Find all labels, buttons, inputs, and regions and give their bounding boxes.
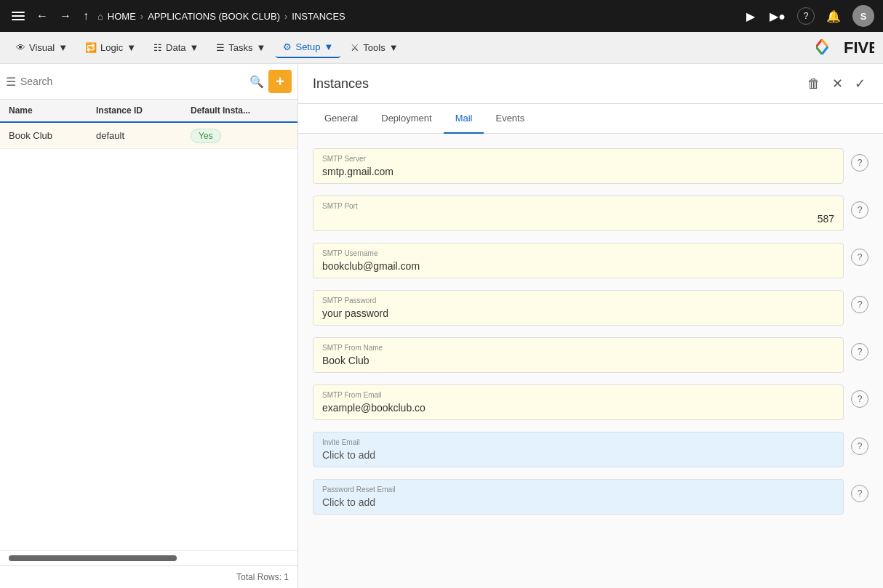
chevron-down-icon: ▼ xyxy=(189,42,199,53)
smtp-password-value: your password xyxy=(322,307,834,319)
smtp-from-name-box[interactable]: SMTP From Name Book Club xyxy=(313,337,844,373)
smtp-port-help[interactable]: ? xyxy=(851,201,868,219)
tab-mail[interactable]: Mail xyxy=(444,104,484,134)
total-rows: Total Rows: 1 xyxy=(236,572,289,582)
smtp-from-name-field: SMTP From Name Book Club xyxy=(313,337,844,373)
chevron-down-icon: ▼ xyxy=(324,41,333,52)
delete-button[interactable]: 🗑 xyxy=(804,73,823,94)
password-reset-email-help[interactable]: ? xyxy=(851,485,868,502)
column-default-instance: Default Insta... xyxy=(191,105,289,116)
password-reset-email-row: Password Reset Email Click to add ? xyxy=(313,479,868,515)
row-instance-id: default xyxy=(96,130,191,141)
right-panel: Instances 🗑 ✕ ✓ General Deployment Mail … xyxy=(298,64,883,588)
search-input[interactable] xyxy=(20,76,245,87)
smtp-username-help[interactable]: ? xyxy=(851,249,868,266)
add-button[interactable]: + xyxy=(268,70,292,93)
smtp-from-name-help[interactable]: ? xyxy=(851,343,868,361)
svg-line-1 xyxy=(816,39,822,47)
left-panel: ☰ 🔍 + Name Instance ID Default Ins xyxy=(0,64,298,588)
smtp-password-box[interactable]: SMTP Password your password xyxy=(313,290,844,326)
eye-icon: 👁 xyxy=(16,42,25,53)
smtp-from-email-box[interactable]: SMTP From Email example@bookclub.co xyxy=(313,384,844,420)
avatar[interactable]: S xyxy=(852,5,874,27)
smtp-server-row: SMTP Server smtp.gmail.com ? xyxy=(313,148,868,184)
tab-deployment[interactable]: Deployment xyxy=(369,104,443,134)
toolbar-logic[interactable]: 🔁 Logic ▼ xyxy=(78,38,143,57)
smtp-from-email-label: SMTP From Email xyxy=(322,391,834,399)
invite-email-help[interactable]: ? xyxy=(851,438,868,455)
table-row[interactable]: Book Club default Yes xyxy=(0,123,297,149)
smtp-server-box[interactable]: SMTP Server smtp.gmail.com xyxy=(313,148,844,184)
app-label[interactable]: APPLICATIONS (BOOK CLUB) xyxy=(148,11,280,22)
top-navigation: ← → ↑ ⌂ HOME › APPLICATIONS (BOOK CLUB) … xyxy=(0,0,883,32)
svg-line-2 xyxy=(822,39,828,47)
home-icon: ⌂ xyxy=(97,11,103,22)
password-reset-email-value: Click to add xyxy=(322,496,834,508)
smtp-server-value: smtp.gmail.com xyxy=(322,166,834,177)
password-reset-email-field: Password Reset Email Click to add xyxy=(313,479,844,515)
filter-icon[interactable]: ☰ xyxy=(6,75,16,89)
top-right-icons: ▶ ▶● ? 🔔 S xyxy=(743,5,874,27)
smtp-password-field: SMTP Password your password xyxy=(313,290,844,326)
record-button[interactable]: ▶● xyxy=(767,7,788,26)
scrollbar-area[interactable] xyxy=(0,550,297,565)
up-button[interactable]: ↑ xyxy=(80,7,92,25)
smtp-port-field: SMTP Port 587 xyxy=(313,196,844,231)
toolbar-data[interactable]: ☷ Data ▼ xyxy=(146,38,206,57)
smtp-username-value: bookclub@gmail.com xyxy=(322,260,834,272)
smtp-server-label: SMTP Server xyxy=(322,155,834,163)
svg-line-4 xyxy=(822,47,828,54)
smtp-port-row: SMTP Port 587 ? xyxy=(313,196,868,231)
forward-button[interactable]: → xyxy=(57,7,74,25)
scrollbar-thumb[interactable] xyxy=(9,555,177,561)
svg-text:FIVE: FIVE xyxy=(844,38,874,56)
toolbar-tools[interactable]: ⚔ Tools ▼ xyxy=(343,38,405,57)
invite-email-box[interactable]: Invite Email Click to add xyxy=(313,432,844,467)
save-button[interactable]: ✓ xyxy=(852,73,868,94)
scrollbar-track xyxy=(9,555,177,561)
instances-label[interactable]: INSTANCES xyxy=(292,11,345,22)
hamburger-menu[interactable] xyxy=(9,9,28,23)
password-reset-email-box[interactable]: Password Reset Email Click to add xyxy=(313,479,844,515)
smtp-password-label: SMTP Password xyxy=(322,297,834,305)
invite-email-field: Invite Email Click to add xyxy=(313,432,844,467)
smtp-from-email-help[interactable]: ? xyxy=(851,390,868,408)
breadcrumb: ⌂ HOME › APPLICATIONS (BOOK CLUB) › INST… xyxy=(97,11,738,22)
row-default-instance: Yes xyxy=(191,130,289,141)
toolbar-setup[interactable]: ⚙ Setup ▼ xyxy=(276,37,340,58)
smtp-from-name-value: Book Club xyxy=(322,355,834,366)
search-icon[interactable]: 🔍 xyxy=(249,75,264,89)
toolbar-visual[interactable]: 👁 Visual ▼ xyxy=(9,38,75,57)
close-button[interactable]: ✕ xyxy=(829,73,846,94)
tab-events[interactable]: Events xyxy=(484,104,536,134)
row-name: Book Club xyxy=(9,130,96,141)
smtp-from-email-row: SMTP From Email example@bookclub.co ? xyxy=(313,384,868,420)
password-reset-email-label: Password Reset Email xyxy=(322,486,834,494)
smtp-username-box[interactable]: SMTP Username bookclub@gmail.com xyxy=(313,243,844,278)
invite-email-row: Invite Email Click to add ? xyxy=(313,432,868,467)
chevron-down-icon: ▼ xyxy=(257,42,266,53)
invite-email-label: Invite Email xyxy=(322,438,834,446)
smtp-username-field: SMTP Username bookclub@gmail.com xyxy=(313,243,844,278)
five-logo: FIVE xyxy=(816,36,874,59)
chevron-down-icon: ▼ xyxy=(127,42,136,53)
toolbar-tasks[interactable]: ☰ Tasks ▼ xyxy=(209,38,273,57)
tab-general[interactable]: General xyxy=(313,104,369,134)
play-button[interactable]: ▶ xyxy=(743,7,758,26)
smtp-password-help[interactable]: ? xyxy=(851,296,868,313)
notification-bell[interactable]: 🔔 xyxy=(823,7,844,26)
search-bar: ☰ 🔍 + xyxy=(0,64,297,100)
tasks-icon: ☰ xyxy=(216,42,225,53)
smtp-server-field: SMTP Server smtp.gmail.com xyxy=(313,148,844,184)
gear-icon: ⚙ xyxy=(283,41,292,52)
right-header: Instances 🗑 ✕ ✓ xyxy=(298,64,883,104)
smtp-server-help[interactable]: ? xyxy=(851,154,868,172)
back-button[interactable]: ← xyxy=(33,7,51,25)
home-label[interactable]: HOME xyxy=(108,11,136,22)
smtp-port-label: SMTP Port xyxy=(322,202,834,210)
smtp-port-box[interactable]: SMTP Port 587 xyxy=(313,196,844,231)
column-instance-id: Instance ID xyxy=(96,105,191,116)
help-button[interactable]: ? xyxy=(797,7,815,25)
chevron-down-icon: ▼ xyxy=(58,42,68,53)
smtp-username-row: SMTP Username bookclub@gmail.com ? xyxy=(313,243,868,278)
